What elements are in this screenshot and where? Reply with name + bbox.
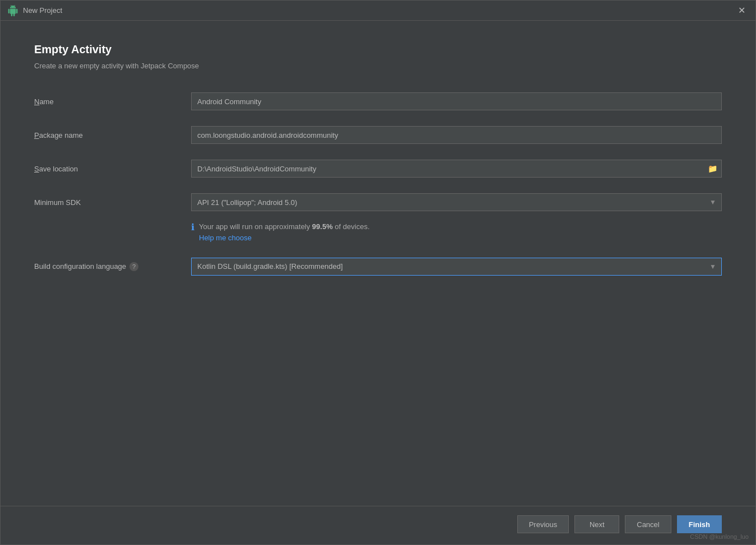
next-button[interactable]: Next [574, 515, 619, 533]
save-location-wrapper: 📁 [191, 160, 722, 178]
previous-button[interactable]: Previous [517, 515, 569, 533]
finish-button[interactable]: Finish [677, 515, 722, 533]
package-name-label: Package name [34, 131, 191, 139]
info-percentage: 99.5% [312, 222, 333, 231]
folder-icon[interactable]: 📁 [708, 164, 717, 173]
minimum-sdk-row: Minimum SDK API 16 ("Jelly Bean"; Androi… [34, 193, 722, 211]
build-config-label: Build configuration language ? [34, 262, 191, 271]
android-icon [7, 5, 18, 16]
close-button[interactable]: ✕ [735, 5, 749, 16]
package-name-row: Package name [34, 126, 722, 144]
section-title: Empty Activity [34, 43, 722, 56]
build-config-select[interactable]: Kotlin DSL (build.gradle.kts) [Recommend… [191, 258, 722, 276]
section-description: Create a new empty activity with Jetpack… [34, 62, 722, 70]
info-icon: ℹ [191, 222, 194, 232]
title-bar-title: New Project [23, 6, 735, 15]
minimum-sdk-select[interactable]: API 16 ("Jelly Bean"; Android 4.1) API 1… [191, 193, 722, 211]
sdk-info-row: ℹ Your app will run on approximately 99.… [191, 221, 722, 242]
help-me-choose-link[interactable]: Help me choose [199, 234, 370, 242]
build-config-row: Build configuration language ? Kotlin DS… [34, 258, 722, 276]
save-location-input[interactable] [191, 160, 722, 178]
info-text-before: Your app will run on approximately [199, 222, 312, 231]
minimum-sdk-dropdown-wrapper: API 16 ("Jelly Bean"; Android 4.1) API 1… [191, 193, 722, 211]
title-bar: New Project ✕ [1, 1, 755, 21]
build-config-label-wrapper: Build configuration language ? [34, 262, 191, 271]
package-name-input[interactable] [191, 126, 722, 144]
name-row: Name [34, 92, 722, 110]
save-location-row: Save location 📁 [34, 160, 722, 178]
name-input[interactable] [191, 92, 722, 110]
build-config-label-text: Build configuration language [34, 262, 126, 271]
sdk-info-text: Your app will run on approximately 99.5%… [199, 221, 370, 232]
build-config-dropdown-wrapper: Kotlin DSL (build.gradle.kts) [Recommend… [191, 258, 722, 276]
dialog-content: Empty Activity Create a new empty activi… [1, 21, 755, 506]
watermark: CSDN @kunlong_luo [690, 533, 749, 540]
info-text-after: of devices. [333, 222, 370, 231]
new-project-dialog: New Project ✕ Empty Activity Create a ne… [0, 0, 756, 545]
build-config-help-icon[interactable]: ? [129, 262, 138, 271]
dialog-footer: Previous Next Cancel Finish [1, 506, 755, 544]
cancel-button[interactable]: Cancel [625, 515, 671, 533]
name-label: Name [34, 97, 191, 106]
minimum-sdk-label: Minimum SDK [34, 198, 191, 207]
save-location-label: Save location [34, 165, 191, 173]
sdk-info-content: Your app will run on approximately 99.5%… [199, 221, 370, 242]
